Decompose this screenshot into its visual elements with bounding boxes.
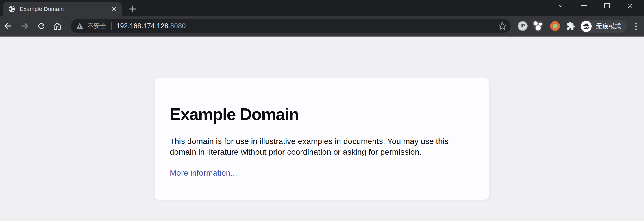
maximize-icon — [604, 3, 610, 8]
security-status-label: 不安全 — [87, 22, 106, 30]
white-cluster-extension-icon[interactable] — [532, 20, 545, 32]
puzzle-extensions-icon[interactable] — [565, 20, 577, 32]
page-title: Example Domain — [170, 104, 474, 124]
back-button[interactable] — [1, 19, 14, 33]
content-card: Example Domain This domain is for use in… — [155, 78, 489, 200]
close-window-button[interactable] — [619, 0, 642, 12]
browser-toolbar: 不安全 192.168.174.128 :8080 IP — [0, 16, 644, 36]
forward-button[interactable] — [18, 19, 32, 33]
minimize-button[interactable] — [572, 0, 595, 12]
star-icon[interactable] — [498, 22, 507, 30]
three-dot-menu-icon[interactable] — [630, 20, 642, 32]
incognito-icon — [581, 21, 592, 32]
reload-button[interactable] — [34, 19, 48, 33]
close-icon — [627, 2, 634, 9]
more-information-link[interactable]: More information... — [170, 168, 237, 178]
incognito-mode-label: 无痕模式 — [593, 22, 626, 31]
tab-close-icon[interactable] — [109, 4, 119, 14]
tab-strip: Example Domain — [0, 0, 644, 16]
forward-arrow-icon — [20, 21, 29, 31]
incognito-badge[interactable]: 无痕模式 — [580, 20, 627, 33]
record-dot — [550, 21, 560, 31]
url-host: 192.168.174.128 — [116, 22, 168, 30]
new-tab-button[interactable] — [127, 3, 139, 15]
page-paragraph: This domain is for use in illustrative e… — [170, 136, 474, 157]
url-port: :8080 — [168, 22, 186, 30]
ip-lookup-extension-icon[interactable]: IP — [516, 20, 529, 32]
back-arrow-icon — [3, 21, 12, 31]
window-controls — [549, 0, 642, 12]
tab-title: Example Domain — [20, 6, 109, 12]
ip-label: IP — [521, 23, 525, 29]
maximize-button[interactable] — [595, 0, 619, 12]
warning-triangle-icon — [76, 22, 84, 30]
home-button[interactable] — [50, 19, 64, 33]
orange-dot-extension-icon[interactable] — [549, 20, 561, 32]
globe-icon — [8, 5, 16, 13]
magnifier-handle — [525, 30, 528, 32]
reload-icon — [37, 22, 46, 30]
home-icon — [53, 21, 62, 31]
cluster-circles — [533, 20, 544, 32]
minimize-icon — [581, 5, 587, 6]
browser-tab[interactable]: Example Domain — [3, 2, 122, 16]
web-page-viewport: Example Domain This domain is for use in… — [0, 37, 644, 221]
address-bar[interactable]: 不安全 192.168.174.128 :8080 — [71, 19, 511, 33]
magnifier-lens: IP — [518, 21, 528, 31]
omnibox-divider — [111, 22, 112, 30]
chevron-down-icon[interactable] — [549, 0, 572, 12]
